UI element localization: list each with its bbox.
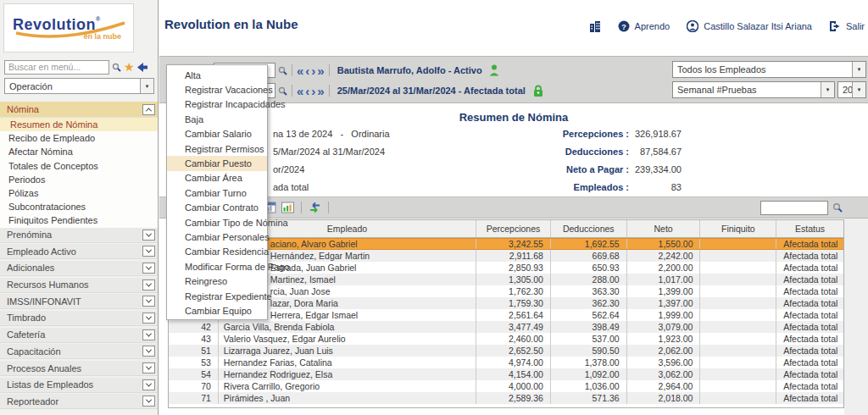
payroll-type-dropdown-icon[interactable]: ▾: [821, 82, 834, 97]
table-row[interactable]: Herrera, Edgar Ismael2,561.64562.641,999…: [169, 309, 843, 321]
sidebar-section-timbrado[interactable]: Timbrado: [0, 311, 158, 326]
sidebar-section-empleado-activo[interactable]: Empleado Activo: [0, 244, 158, 259]
sidebar-section-imss-infonavit[interactable]: IMSS/INFONAVIT: [0, 294, 158, 309]
sidebar-item-resumen-de-n-mina[interactable]: Resumen de Nómina: [0, 118, 158, 131]
grid-search-input[interactable]: [760, 201, 828, 215]
menu-item-cambiar-residencia[interactable]: Cambiar Residencia: [167, 245, 267, 259]
expand-chevron-down-icon[interactable]: [142, 279, 155, 290]
menu-item-reingreso[interactable]: Reingreso: [167, 274, 267, 288]
prev-employee-button[interactable]: ‹: [305, 64, 309, 77]
cell-percepciones: 1,305.00: [476, 274, 551, 285]
table-row[interactable]: 42Garcia Villa, Brenda Fabiola3,477.4939…: [169, 321, 843, 333]
first-period-button[interactable]: «: [297, 85, 303, 97]
year-dropdown-icon[interactable]: ▾: [852, 82, 865, 97]
employees-filter-dropdown-icon[interactable]: ▾: [852, 62, 865, 77]
first-employee-button[interactable]: «: [297, 64, 303, 77]
expand-chevron-down-icon[interactable]: [142, 296, 155, 307]
sidebar-section-reporteador[interactable]: Reporteador: [0, 394, 158, 409]
sidebar-item-totales-de-conceptos[interactable]: Totales de Conceptos: [0, 159, 158, 173]
sidebar-item-afectar-n-mina[interactable]: Afectar Nómina: [0, 145, 158, 158]
employees-filter-select[interactable]: Todos los Empleados ▾: [672, 61, 866, 78]
column-header-Neto[interactable]: Neto: [627, 220, 701, 237]
column-header-Deducciones[interactable]: Deducciones: [551, 220, 627, 237]
sidebar-item-p-lizas[interactable]: Pólizas: [0, 186, 158, 200]
sidebar-section-pren-mina[interactable]: Prenómina: [0, 228, 158, 243]
menu-item-cambiar-personales[interactable]: Cambiar Personales: [167, 230, 267, 244]
collapse-chevron-up-icon[interactable]: [142, 104, 155, 115]
sidebar-section-adicionales[interactable]: Adicionales: [0, 261, 158, 276]
period-search-icon[interactable]: [278, 86, 287, 96]
sidebar-section-cafeter-a[interactable]: Cafetería: [0, 328, 158, 343]
refresh-icon[interactable]: [309, 202, 321, 213]
cell-estatus: Afectada total: [776, 380, 843, 392]
expand-chevron-down-icon[interactable]: [142, 396, 155, 407]
menu-item-cambiar-tipo-de-n-mina[interactable]: Cambiar Tipo de Nómina: [167, 215, 267, 230]
menu-item-cambiar-equipo[interactable]: Cambiar Equipo: [167, 303, 267, 318]
column-header-Percepciones[interactable]: Percepciones: [476, 220, 551, 237]
aprendo-button[interactable]: ? Aprendo: [618, 20, 670, 32]
last-period-button[interactable]: »: [317, 85, 324, 97]
expand-chevron-down-icon[interactable]: [142, 230, 155, 241]
sidebar-section-capacitaci-n[interactable]: Capacitación: [0, 344, 158, 359]
sidebar-section-procesos-anuales[interactable]: Procesos Anuales: [0, 361, 158, 376]
company-button[interactable]: [589, 20, 601, 32]
logout-icon: [829, 20, 841, 32]
table-row[interactable]: 54Hernandez Rodriguez, Elsa4,154.001,092…: [169, 368, 843, 380]
summary-total-value: 87,584.67: [629, 147, 682, 157]
sidebar-item-finiquitos-pendientes[interactable]: Finiquitos Pendientes: [0, 213, 158, 227]
grid-search-icon[interactable]: [832, 202, 843, 213]
menu-item-registrar-incapacidades[interactable]: Registrar Incapacidades: [167, 97, 267, 112]
menu-item-cambiar-salario[interactable]: Cambiar Salario: [167, 127, 267, 141]
expand-chevron-down-icon[interactable]: [142, 379, 155, 390]
menu-item-baja[interactable]: Baja: [167, 112, 267, 126]
module-select-dropdown-icon[interactable]: ▾: [140, 79, 153, 93]
next-employee-button[interactable]: ›: [311, 64, 315, 77]
table-row[interactable]: 71Pirámides , Juan2,589.36571.362,018.00…: [169, 392, 843, 404]
table-row[interactable]: 53Hernandez Farias, Catalina4,974.001,37…: [169, 357, 843, 368]
sidebar-section-listas-de-empleados[interactable]: Listas de Empleados: [0, 378, 158, 393]
expand-chevron-down-icon[interactable]: [142, 246, 155, 257]
module-select[interactable]: Operación ▾: [4, 78, 154, 94]
sidebar-item-subcontrataciones[interactable]: Subcontrataciones: [0, 200, 158, 213]
excel-export-icon[interactable]: [281, 202, 294, 213]
expand-chevron-down-icon[interactable]: [142, 346, 155, 357]
menu-search-icon[interactable]: [112, 63, 121, 72]
column-header-Finiquito[interactable]: Finiquito: [700, 220, 776, 237]
menu-item-cambiar-contrato[interactable]: Cambiar Contrato: [167, 201, 267, 215]
salir-button[interactable]: Salir: [829, 20, 865, 32]
last-employee-button[interactable]: »: [317, 64, 324, 77]
menu-item-registrar-vacaciones[interactable]: Registrar Vacaciones: [167, 82, 267, 97]
employee-search-icon[interactable]: [278, 66, 287, 75]
sidebar-item-periodos[interactable]: Periodos: [0, 173, 158, 186]
menu-item-alta[interactable]: Alta: [167, 68, 267, 82]
cell-finiquito: [700, 274, 776, 285]
user-menu[interactable]: Castillo Salazar Itsi Ariana: [687, 20, 812, 32]
expand-chevron-down-icon[interactable]: [142, 313, 155, 324]
expand-chevron-down-icon[interactable]: [142, 362, 155, 374]
expand-chevron-down-icon[interactable]: [142, 329, 155, 340]
sidebar-section-nomina[interactable]: Nómina: [0, 102, 158, 118]
table-row[interactable]: aciano, Alvaro Gabriel3,242.551,692.551,…: [169, 238, 843, 250]
back-arrow-icon[interactable]: [137, 63, 148, 72]
menu-item-registrar-permisos[interactable]: Registrar Permisos: [167, 141, 267, 156]
expand-chevron-down-icon[interactable]: [142, 263, 155, 274]
prev-period-button[interactable]: ‹: [305, 85, 309, 97]
table-row[interactable]: 70Rivera Carrillo, Gregorio4,000.001,036…: [169, 380, 843, 392]
favorites-star-icon[interactable]: ★: [124, 61, 135, 73]
table-row[interactable]: Martinez, Ismael1,305.00288.001,017.00Af…: [169, 274, 843, 285]
sidebar-section-recursos-humanos[interactable]: Recursos Humanos: [0, 278, 158, 293]
menu-item-cambiar-puesto[interactable]: Cambiar Puesto: [167, 156, 267, 170]
table-row[interactable]: 43Valerio Vasquez, Edgar Aurelio2,460.00…: [169, 333, 843, 345]
menu-item-modificar-forma-de-pago[interactable]: Modificar Forma de Pago: [167, 259, 267, 274]
menu-search-input[interactable]: [4, 60, 109, 75]
year-select[interactable]: 2024 ▾: [837, 81, 866, 98]
table-row[interactable]: 51Lizarraga Juarez, Juan Luis2,652.50590…: [169, 345, 843, 357]
menu-item-registrar-expediente[interactable]: Registrar Expediente: [167, 289, 267, 303]
sidebar-item-recibo-de-empleado[interactable]: Recibo de Empleado: [0, 131, 158, 145]
table-row[interactable]: Hernández, Edgar Martin2,911.68669.682,2…: [169, 250, 843, 262]
menu-item-cambiar-turno[interactable]: Cambiar Turno: [167, 185, 267, 200]
menu-item-cambiar-rea[interactable]: Cambiar Área: [167, 171, 267, 185]
next-period-button[interactable]: ›: [311, 85, 315, 97]
column-header-Estatus[interactable]: Estatus: [776, 220, 843, 237]
payroll-type-select[interactable]: Semanal #Pruebas ▾: [672, 81, 835, 98]
